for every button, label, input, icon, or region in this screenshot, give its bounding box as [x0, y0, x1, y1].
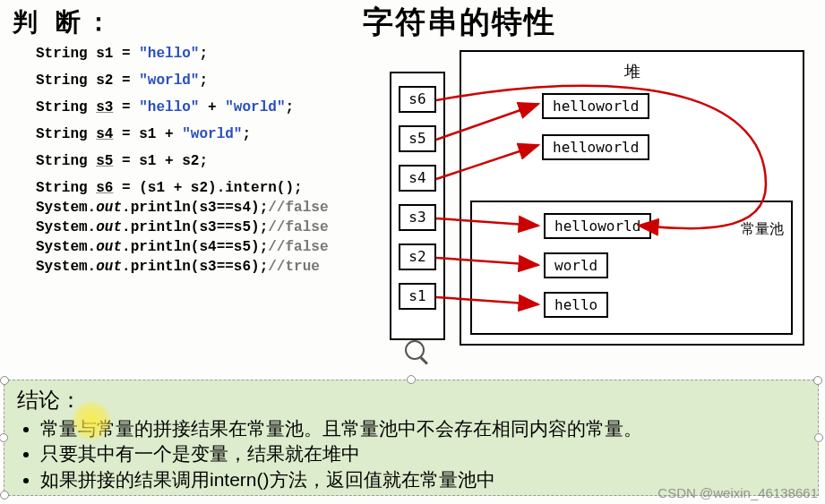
stack-cell-s2: s2	[399, 243, 436, 270]
heap-box: 堆 helloworld helloworld 常量池 helloworld w…	[460, 50, 804, 346]
magnifier-icon	[405, 340, 425, 360]
selection-handle[interactable]	[813, 376, 822, 385]
pool-obj-world: world	[544, 252, 608, 278]
conclusion-list: 常量与常量的拼接结果在常量池。且常量池中不会存在相同内容的常量。 只要其中有一个…	[17, 416, 805, 492]
code-line-5: String s5 = s1 + s2;	[36, 154, 328, 168]
selection-handle[interactable]	[0, 433, 8, 442]
selection-handle[interactable]	[0, 491, 9, 500]
code-line-8: System.out.println(s3==s5);//false	[36, 220, 328, 235]
memory-diagram: s6 s5 s4 s3 s2 s1 堆 helloworld helloworl…	[390, 50, 811, 359]
watermark: CSDN @weixin_46138661	[657, 485, 818, 500]
code-line-2: String s2 = "world";	[36, 73, 328, 88]
code-line-4: String s4 = s1 + "world";	[36, 127, 328, 141]
code-line-7: System.out.println(s3==s4);//false	[36, 201, 328, 215]
conclusion-item-2: 只要其中有一个是变量，结果就在堆中	[40, 441, 805, 466]
stack-cell-s3: s3	[399, 204, 436, 231]
constant-pool-box: 常量池 helloworld world hello	[470, 201, 793, 335]
code-line-10: System.out.println(s3==s6);//true	[36, 260, 328, 274]
selection-handle[interactable]	[0, 376, 9, 385]
heap-obj-hw1: helloworld	[542, 93, 649, 119]
heap-obj-hw2: helloworld	[542, 134, 649, 160]
selection-handle[interactable]	[814, 433, 823, 442]
stack-cell-s4: s4	[399, 165, 436, 192]
conclusion-title: 结论：	[17, 386, 805, 414]
conclusion-box: 结论： 常量与常量的拼接结果在常量池。且常量池中不会存在相同内容的常量。 只要其…	[4, 380, 819, 496]
stack-cell-s1: s1	[399, 283, 436, 310]
heading-judge: 判 断：	[13, 5, 116, 39]
code-line-1: String s1 = "hello";	[36, 47, 328, 61]
pool-label: 常量池	[741, 220, 784, 239]
heap-label: 堆	[624, 61, 640, 82]
code-line-6: String s6 = (s1 + s2).intern();	[36, 181, 328, 195]
code-line-3: String s3 = "hello" + "world";	[36, 100, 328, 115]
code-block: String s1 = "hello"; String s2 = "world"…	[36, 47, 328, 279]
heading-title: 字符串的特性	[363, 2, 556, 43]
conclusion-item-1: 常量与常量的拼接结果在常量池。且常量池中不会存在相同内容的常量。	[40, 416, 805, 441]
selection-handle[interactable]	[407, 375, 416, 384]
stack-cell-s6: s6	[399, 86, 436, 113]
pool-obj-hello: hello	[544, 292, 608, 318]
stack-box: s6 s5 s4 s3 s2 s1	[390, 72, 445, 340]
code-line-9: System.out.println(s4==s5);//false	[36, 240, 328, 254]
pool-obj-helloworld: helloworld	[544, 213, 651, 239]
stack-cell-s5: s5	[399, 125, 436, 152]
